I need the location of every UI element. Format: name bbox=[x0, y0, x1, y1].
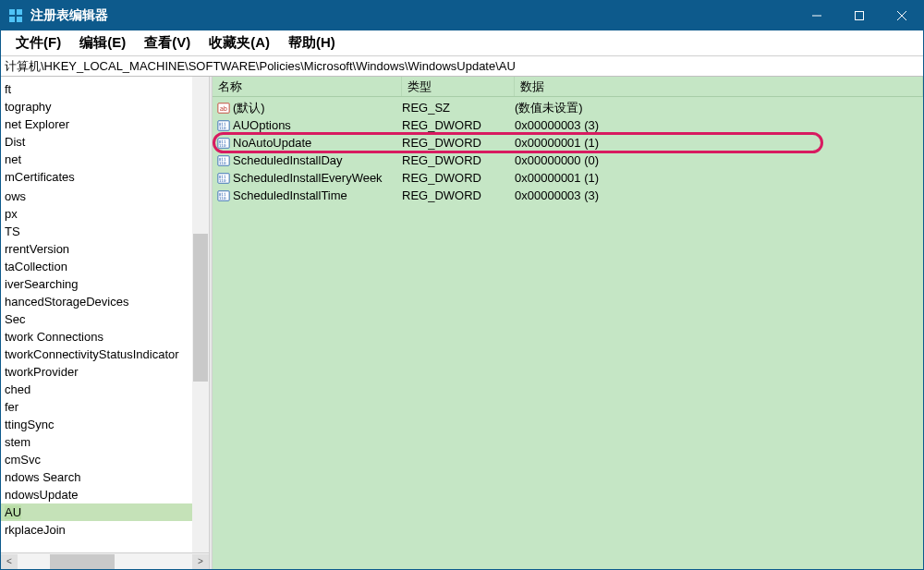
tree-item[interactable]: AU bbox=[1, 503, 209, 521]
menu-favorites[interactable]: 收藏夹(A) bbox=[200, 32, 279, 54]
tree-item[interactable]: twork Connections bbox=[1, 328, 209, 346]
tree-item-label: net Explorer bbox=[5, 117, 69, 131]
column-header-type[interactable]: 类型 bbox=[402, 77, 515, 96]
value-name: (默认) bbox=[231, 100, 402, 116]
column-header-data[interactable]: 数据 bbox=[515, 77, 923, 96]
tree-item-label: iverSearching bbox=[5, 277, 79, 291]
tree-vertical-scrollbar[interactable] bbox=[192, 77, 209, 552]
tree-item[interactable]: hancedStorageDevices bbox=[1, 293, 209, 310]
tree-item-label: tography bbox=[5, 100, 52, 114]
value-row[interactable]: (默认)REG_SZ(数值未设置) bbox=[213, 99, 923, 116]
value-row[interactable]: ScheduledInstallEveryWeekREG_DWORD0x0000… bbox=[213, 169, 923, 187]
menu-edit[interactable]: 编辑(E) bbox=[70, 32, 135, 54]
scrollbar-thumb[interactable] bbox=[193, 234, 208, 382]
value-data: 0x00000003 (3) bbox=[515, 118, 923, 132]
tree-item[interactable]: ndows Search bbox=[1, 468, 209, 486]
tree-item[interactable]: net Explorer bbox=[1, 115, 209, 133]
value-row[interactable]: ScheduledInstallTimeREG_DWORD0x00000003 … bbox=[213, 187, 923, 204]
tree-item[interactable]: rkplaceJoin bbox=[1, 521, 209, 539]
tree-item[interactable]: TS bbox=[1, 223, 209, 240]
tree-item-label: tworkProvider bbox=[5, 365, 78, 379]
values-list[interactable]: (默认)REG_SZ(数值未设置)AUOptionsREG_DWORD0x000… bbox=[213, 97, 923, 569]
menu-view[interactable]: 查看(V) bbox=[135, 32, 200, 54]
value-type: REG_DWORD bbox=[402, 188, 515, 202]
tree-item[interactable]: rrentVersion bbox=[1, 240, 209, 258]
svg-rect-0 bbox=[9, 9, 15, 15]
tree-item[interactable]: stem bbox=[1, 433, 209, 451]
menu-file[interactable]: 文件(F) bbox=[6, 32, 70, 54]
tree-item-label: fer bbox=[5, 400, 18, 414]
address-bar[interactable]: 计算机\HKEY_LOCAL_MACHINE\SOFTWARE\Policies… bbox=[1, 56, 923, 77]
tree-item[interactable]: mCertificates bbox=[1, 168, 209, 186]
tree-item-label: Sec bbox=[5, 312, 25, 326]
value-name: ScheduledInstallEveryWeek bbox=[231, 171, 402, 185]
svg-rect-5 bbox=[856, 12, 864, 20]
tree-item[interactable]: Sec bbox=[1, 310, 209, 328]
tree-list[interactable]: fttographynet ExplorerDistnetmCertificat… bbox=[1, 77, 209, 552]
scrollbar-thumb[interactable] bbox=[50, 554, 115, 569]
maximize-button[interactable] bbox=[838, 1, 881, 30]
tree-item-label: ttingSync bbox=[5, 418, 54, 431]
reg-sz-icon bbox=[213, 102, 231, 115]
tree-item-label: Dist bbox=[5, 135, 25, 149]
tree-item[interactable]: tworkProvider bbox=[1, 363, 209, 381]
address-path: 计算机\HKEY_LOCAL_MACHINE\SOFTWARE\Policies… bbox=[5, 58, 516, 75]
value-type: REG_DWORD bbox=[402, 153, 515, 167]
value-type: REG_SZ bbox=[402, 101, 515, 115]
scroll-right-arrow[interactable]: > bbox=[192, 554, 209, 569]
tree-item-label: ndowsUpdate bbox=[5, 488, 79, 502]
tree-item-label: ched bbox=[5, 382, 30, 396]
column-header-row: 名称 类型 数据 bbox=[213, 77, 923, 97]
value-name: ScheduledInstallTime bbox=[231, 188, 402, 202]
scroll-left-arrow[interactable]: < bbox=[1, 554, 18, 569]
tree-item-label: mCertificates bbox=[5, 170, 75, 184]
value-type: REG_DWORD bbox=[402, 118, 515, 132]
tree-item-label: cmSvc bbox=[5, 453, 41, 467]
tree-item-label: TS bbox=[5, 224, 20, 238]
tree-item-label: rkplaceJoin bbox=[5, 523, 66, 537]
tree-item-label: ows bbox=[5, 189, 26, 203]
tree-item[interactable]: ndowsUpdate bbox=[1, 486, 209, 503]
value-row[interactable]: AUOptionsREG_DWORD0x00000003 (3) bbox=[213, 116, 923, 134]
tree-item[interactable]: tworkConnectivityStatusIndicator bbox=[1, 346, 209, 363]
value-row[interactable]: ScheduledInstallDayREG_DWORD0x00000000 (… bbox=[213, 152, 923, 169]
tree-item[interactable]: ft bbox=[1, 80, 209, 98]
value-data: 0x00000003 (3) bbox=[515, 188, 923, 202]
value-data: 0x00000001 (1) bbox=[515, 171, 923, 185]
tree-item-label: rrentVersion bbox=[5, 242, 69, 256]
svg-rect-2 bbox=[9, 17, 15, 22]
values-panel: 名称 类型 数据 (默认)REG_SZ(数值未设置)AUOptionsREG_D… bbox=[213, 77, 923, 569]
tree-item-label: twork Connections bbox=[5, 330, 103, 344]
tree-item[interactable]: ows bbox=[1, 188, 209, 205]
value-data: 0x00000000 (0) bbox=[515, 153, 923, 167]
tree-item[interactable]: net bbox=[1, 151, 209, 168]
minimize-button[interactable] bbox=[796, 1, 838, 30]
tree-item[interactable]: ttingSync bbox=[1, 416, 209, 433]
value-data: (数值未设置) bbox=[515, 100, 923, 116]
reg-dword-icon bbox=[213, 154, 231, 167]
reg-dword-icon bbox=[213, 119, 231, 132]
tree-item[interactable]: cmSvc bbox=[1, 451, 209, 468]
tree-item-label: net bbox=[5, 152, 21, 166]
tree-horizontal-scrollbar[interactable]: < > bbox=[1, 552, 209, 569]
tree-item[interactable]: taCollection bbox=[1, 258, 209, 275]
svg-rect-3 bbox=[17, 17, 22, 22]
window-title: 注册表编辑器 bbox=[30, 7, 796, 24]
tree-item[interactable]: tography bbox=[1, 98, 209, 115]
value-row[interactable]: NoAutoUpdateREG_DWORD0x00000001 (1) bbox=[213, 134, 923, 152]
tree-item[interactable]: fer bbox=[1, 398, 209, 416]
close-button[interactable] bbox=[881, 1, 923, 30]
tree-item[interactable]: iverSearching bbox=[1, 275, 209, 293]
app-icon bbox=[8, 8, 23, 23]
tree-item[interactable]: px bbox=[1, 205, 209, 223]
value-data: 0x00000001 (1) bbox=[515, 136, 923, 150]
registry-editor-window: 注册表编辑器 文件(F) 编辑(E) 查看(V) 收藏夹(A) 帮助(H) 计算… bbox=[0, 0, 924, 570]
column-header-name[interactable]: 名称 bbox=[213, 77, 402, 96]
menu-help[interactable]: 帮助(H) bbox=[279, 32, 345, 54]
reg-dword-icon bbox=[213, 172, 231, 185]
tree-item[interactable]: ched bbox=[1, 381, 209, 398]
menubar: 文件(F) 编辑(E) 查看(V) 收藏夹(A) 帮助(H) bbox=[1, 30, 923, 56]
tree-item[interactable]: Dist bbox=[1, 133, 209, 151]
reg-dword-icon bbox=[213, 137, 231, 150]
tree-item-label: stem bbox=[5, 435, 30, 449]
